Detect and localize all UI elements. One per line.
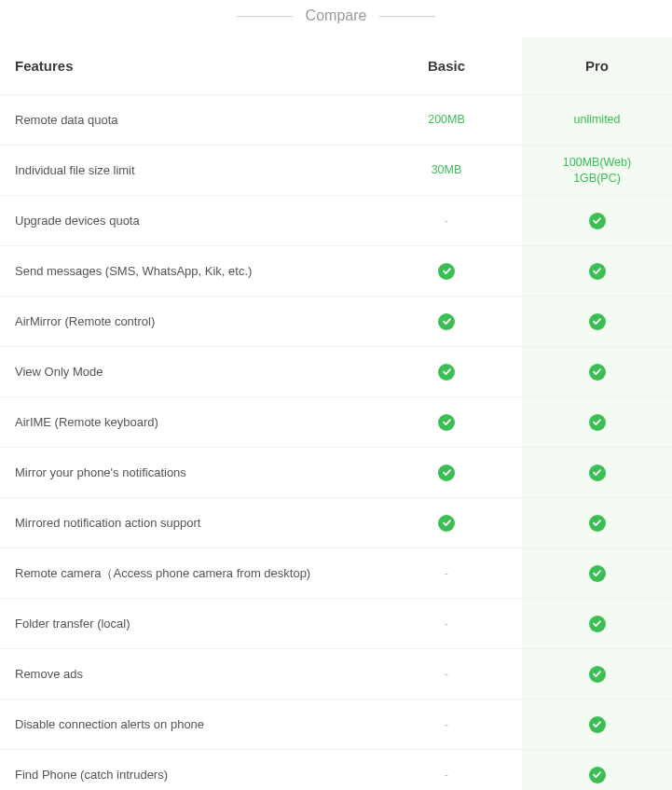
cell-text: 100MB(Web) 1GB(PC) (563, 156, 631, 184)
feature-name: Mirror your phone's notifications (0, 448, 371, 498)
basic-cell (371, 347, 522, 397)
table-row: View Only Mode (0, 347, 672, 397)
check-icon (589, 616, 606, 632)
check-icon (589, 767, 606, 783)
feature-name: Remove ads (0, 649, 371, 700)
table-row: Mirror your phone's notifications (0, 448, 672, 498)
basic-cell: 30MB (371, 146, 522, 196)
pro-cell (522, 297, 672, 347)
compare-header: Compare (0, 0, 672, 37)
check-icon (438, 464, 455, 481)
pro-cell (522, 649, 672, 700)
check-icon (589, 565, 606, 582)
table-row: Remote data quota200MBunlimited (0, 95, 672, 146)
cell-text: unlimited (573, 113, 620, 126)
feature-name: View Only Mode (0, 347, 371, 397)
feature-name: Mirrored notification action support (0, 498, 371, 548)
divider-left (237, 16, 293, 17)
basic-cell (371, 498, 522, 548)
feature-name: Upgrade devices quota (0, 196, 371, 246)
cell-dash: - (445, 617, 448, 631)
check-icon (438, 414, 455, 431)
pro-cell (522, 397, 672, 448)
column-header-basic: Basic (371, 37, 522, 95)
feature-name: Remote data quota (0, 95, 371, 146)
pro-cell (522, 498, 672, 548)
cell-dash: - (445, 566, 448, 580)
compare-title: Compare (293, 7, 380, 24)
check-icon (438, 515, 455, 532)
table-row: Disable connection alerts on phone- (0, 700, 672, 750)
feature-name: Individual file size limit (0, 146, 371, 196)
feature-name: Find Phone (catch intruders) (0, 750, 371, 791)
basic-cell: - (371, 700, 522, 750)
check-icon (438, 313, 455, 330)
table-row: Folder transfer (local)- (0, 599, 672, 649)
divider-right (379, 16, 435, 17)
check-icon (438, 263, 455, 280)
pro-cell (522, 599, 672, 649)
table-row: Find Phone (catch intruders)- (0, 750, 672, 791)
basic-cell: - (371, 548, 522, 599)
feature-name: AirIME (Remote keyboard) (0, 397, 371, 448)
table-row: Remote camera（Access phone camera from d… (0, 548, 672, 599)
pro-cell (522, 700, 672, 750)
basic-cell: - (371, 750, 522, 791)
table-row: Send messages (SMS, WhatsApp, Kik, etc.) (0, 246, 672, 297)
pro-cell: 100MB(Web) 1GB(PC) (522, 146, 672, 196)
table-row: Individual file size limit30MB100MB(Web)… (0, 146, 672, 196)
feature-name: Folder transfer (local) (0, 599, 371, 649)
basic-cell (371, 397, 522, 448)
table-row: Upgrade devices quota- (0, 196, 672, 246)
basic-cell (371, 297, 522, 347)
check-icon (589, 464, 606, 481)
basic-cell: - (371, 599, 522, 649)
cell-dash: - (445, 214, 448, 228)
pro-cell: unlimited (522, 95, 672, 146)
feature-name: Remote camera（Access phone camera from d… (0, 548, 371, 599)
check-icon (589, 313, 606, 330)
comparison-table: Features Basic Pro Remote data quota200M… (0, 37, 672, 790)
check-icon (438, 364, 455, 381)
cell-dash: - (445, 768, 448, 782)
cell-dash: - (445, 667, 448, 681)
basic-cell: - (371, 196, 522, 246)
table-row: Remove ads- (0, 649, 672, 700)
feature-name: Send messages (SMS, WhatsApp, Kik, etc.) (0, 246, 371, 297)
basic-cell: 200MB (371, 95, 522, 146)
pro-cell (522, 196, 672, 246)
table-row: AirMirror (Remote control) (0, 297, 672, 347)
pro-cell (522, 347, 672, 397)
check-icon (589, 213, 606, 229)
check-icon (589, 364, 606, 381)
pro-cell (522, 750, 672, 791)
feature-name: AirMirror (Remote control) (0, 297, 371, 347)
column-header-features: Features (0, 37, 371, 95)
basic-cell: - (371, 649, 522, 700)
column-header-pro: Pro (522, 37, 672, 95)
cell-text: 30MB (432, 163, 462, 176)
pro-cell (522, 246, 672, 297)
check-icon (589, 666, 606, 683)
pro-cell (522, 548, 672, 599)
basic-cell (371, 246, 522, 297)
pro-cell (522, 448, 672, 498)
table-row: Mirrored notification action support (0, 498, 672, 548)
cell-text: 200MB (428, 113, 465, 126)
table-header-row: Features Basic Pro (0, 37, 672, 95)
check-icon (589, 515, 606, 532)
check-icon (589, 414, 606, 431)
feature-name: Disable connection alerts on phone (0, 700, 371, 750)
basic-cell (371, 448, 522, 498)
table-row: AirIME (Remote keyboard) (0, 397, 672, 448)
check-icon (589, 716, 606, 733)
cell-dash: - (445, 717, 448, 731)
check-icon (589, 263, 606, 280)
